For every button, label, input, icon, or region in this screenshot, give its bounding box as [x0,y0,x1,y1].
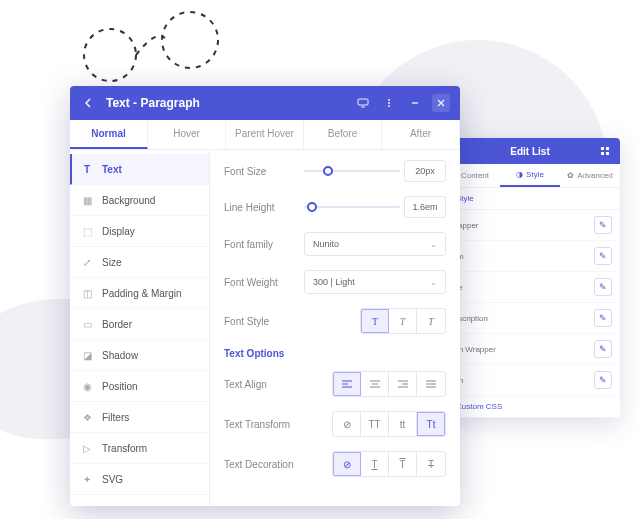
style-row-item: Item✎ [440,241,620,272]
svg-icon: ✦ [80,472,94,486]
sidebar-item-svg[interactable]: ✦SVG [70,464,209,495]
style-section-header[interactable]: ▾Style [440,188,620,210]
edit-list-tabs: ✎Content ◑Style ✿Advanced [440,164,620,188]
style-panel: Text - Paragraph Normal Hover Parent Hov… [70,86,460,506]
style-row-icon-wrapper: Icon Wrapper✎ [440,334,620,365]
svg-rect-6 [358,99,368,105]
chevron-down-icon: ⌄ [430,278,437,287]
svg-point-1 [162,12,218,68]
tab-advanced[interactable]: ✿Advanced [560,164,620,187]
brush-button[interactable]: ✎ [594,309,612,327]
line-height-value[interactable]: 1.6em [404,196,446,218]
panel-title: Text - Paragraph [106,96,200,110]
tab-normal[interactable]: Normal [70,120,148,149]
panel-header: Text - Paragraph [70,86,460,120]
line-height-label: Line Height [224,202,304,213]
background-icon: ▦ [80,193,94,207]
tab-after[interactable]: After [382,120,460,149]
font-style-italic[interactable]: T [389,309,417,333]
align-center[interactable] [361,372,389,396]
chevron-down-icon: ⌄ [430,240,437,249]
font-family-select[interactable]: Nunito⌄ [304,232,446,256]
state-tabs: Normal Hover Parent Hover Before After [70,120,460,150]
text-icon: T [80,162,94,176]
text-options-title: Text Options [224,348,446,359]
svg-point-9 [388,105,390,107]
font-family-label: Font family [224,239,304,250]
decoration-strike[interactable]: T [417,452,445,476]
svg-rect-2 [601,147,604,150]
position-icon: ◉ [80,379,94,393]
decoration-underline[interactable]: T [361,452,389,476]
sidebar-item-shadow[interactable]: ◪Shadow [70,340,209,371]
transform-capitalize[interactable]: Tt [417,412,445,436]
align-right[interactable] [389,372,417,396]
svg-rect-5 [606,152,609,155]
transform-none[interactable]: ⊘ [333,412,361,436]
sidebar-item-text[interactable]: TText [70,154,209,185]
font-size-slider[interactable] [304,170,400,172]
transform-icon: ▷ [80,441,94,455]
brush-button[interactable]: ✎ [594,340,612,358]
tab-style[interactable]: ◑Style [500,164,560,187]
custom-css-section[interactable]: ▸Custom CSS [440,396,620,418]
style-row-description: Description✎ [440,303,620,334]
font-style-oblique[interactable]: T [417,309,445,333]
desktop-icon[interactable] [354,94,372,112]
palette-icon: ◑ [516,170,523,179]
sidebar-item-filters[interactable]: ❖Filters [70,402,209,433]
tab-parent-hover[interactable]: Parent Hover [226,120,304,149]
sidebar-item-animation[interactable]: ◎Animation [70,495,209,506]
sidebar-item-display[interactable]: ⬚Display [70,216,209,247]
tab-hover[interactable]: Hover [148,120,226,149]
padding-margin-icon: ◫ [80,286,94,300]
property-sidebar: TText ▦Background ⬚Display ⤢Size ◫Paddin… [70,150,210,506]
sidebar-item-size[interactable]: ⤢Size [70,247,209,278]
brush-button[interactable]: ✎ [594,247,612,265]
font-weight-select[interactable]: 300 | Light⌄ [304,270,446,294]
back-icon[interactable] [80,94,98,112]
style-row-title: Title✎ [440,272,620,303]
style-row-icon: Icon✎ [440,365,620,396]
align-justify[interactable] [417,372,445,396]
more-icon[interactable] [380,94,398,112]
display-icon: ⬚ [80,224,94,238]
font-weight-label: Font Weight [224,277,304,288]
font-style-buttons: T T T [360,308,446,334]
font-size-value[interactable]: 20px [404,160,446,182]
line-height-slider[interactable] [304,206,400,208]
text-decoration-label: Text Decoration [224,459,304,470]
grid-icon[interactable] [598,144,612,158]
sidebar-item-transform[interactable]: ▷Transform [70,433,209,464]
text-decoration-buttons: ⊘ T T T [332,451,446,477]
sidebar-item-background[interactable]: ▦Background [70,185,209,216]
sidebar-item-padding-margin[interactable]: ◫Padding & Margin [70,278,209,309]
border-icon: ▭ [80,317,94,331]
svg-point-7 [388,99,390,101]
sidebar-item-position[interactable]: ◉Position [70,371,209,402]
svg-rect-4 [601,152,604,155]
align-left[interactable] [333,372,361,396]
svg-rect-3 [606,147,609,150]
decoration-overline[interactable]: T [389,452,417,476]
sidebar-item-border[interactable]: ▭Border [70,309,209,340]
transform-lower[interactable]: tt [389,412,417,436]
text-transform-buttons: ⊘ TT tt Tt [332,411,446,437]
brush-button[interactable]: ✎ [594,371,612,389]
filters-icon: ❖ [80,410,94,424]
brush-button[interactable]: ✎ [594,216,612,234]
font-style-normal[interactable]: T [361,309,389,333]
minimize-icon[interactable] [406,94,424,112]
tab-before[interactable]: Before [304,120,382,149]
close-icon[interactable] [432,94,450,112]
decoration-none[interactable]: ⊘ [333,452,361,476]
edit-list-title: Edit List [510,146,549,157]
font-style-label: Font Style [224,316,304,327]
edit-list-header: Edit List [440,138,620,164]
size-icon: ⤢ [80,255,94,269]
svg-point-8 [388,102,390,104]
shadow-icon: ◪ [80,348,94,362]
transform-upper[interactable]: TT [361,412,389,436]
text-align-label: Text Align [224,379,304,390]
brush-button[interactable]: ✎ [594,278,612,296]
